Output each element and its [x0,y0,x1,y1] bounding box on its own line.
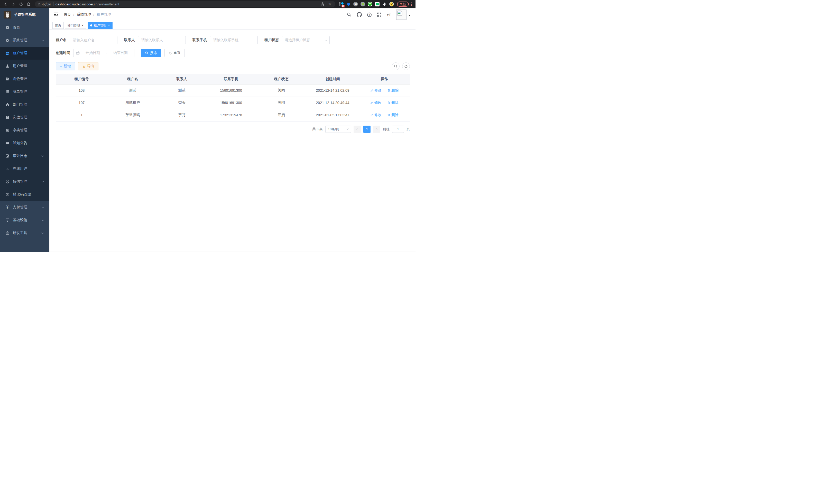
share-icon[interactable] [319,1,325,7]
tree-icon [5,90,10,94]
pencil-icon [370,114,373,117]
status-select[interactable]: 请选择租户状态 [282,36,330,44]
pagination: 共 3 条 10条/页 1 前往 页 [56,126,410,133]
table-row: 1 芋道源码 芋艿 17321315478 开启 2021-01-05 17:0… [56,109,410,121]
sidebar-item-system[interactable]: 系统管理 [0,34,49,47]
sidebar-item-roles[interactable]: 角色管理 [0,72,49,85]
mobile-label: 联系手机 [193,38,207,42]
goto-label: 前往 [383,127,390,131]
pencil-icon [370,89,373,92]
extension-tampermonkey-icon[interactable]: 10 [338,1,344,7]
delete-button[interactable]: 删除 [387,88,399,93]
chrome-menu-icon[interactable]: ••• [410,2,413,6]
total-count: 共 3 条 [312,127,323,131]
col-actions: 操作 [359,74,410,84]
export-button[interactable]: 导出 [78,62,98,70]
delete-button[interactable]: 删除 [387,100,399,105]
page-content: 租户名 联系人 联系手机 租户状态 请选择租户状态 [49,30,416,252]
sidebar-item-tenant[interactable]: 租户管理 [0,47,49,60]
page-number-active[interactable]: 1 [363,126,371,133]
github-icon[interactable] [357,12,362,17]
sidebar-item-error-codes[interactable]: 错误码管理 [0,188,49,201]
reload-icon[interactable] [18,1,24,7]
mobile-input[interactable] [210,36,258,44]
close-icon[interactable]: ✕ [108,24,110,27]
edit-button[interactable]: 修改 [370,100,381,105]
forward-icon[interactable] [10,1,17,7]
search-icon[interactable] [347,12,351,17]
next-page-button[interactable] [373,126,380,133]
sidebar-item-menus[interactable]: 菜单管理 [0,85,49,98]
breadcrumb-home[interactable]: 首页 [64,12,71,17]
extension-recorder-icon[interactable] [360,1,366,7]
refresh-table-button[interactable] [402,62,410,70]
goto-page-input[interactable] [392,126,404,133]
message-bubble-icon [5,141,10,145]
users-icon [5,77,10,81]
tenant-name-input[interactable] [69,36,117,44]
sidebar-item-depts[interactable]: 部门管理 [0,98,49,111]
prev-page-button[interactable] [353,126,361,133]
extensions-puzzle-icon[interactable] [381,1,387,7]
tag-tenant-active[interactable]: 租户管理 ✕ [88,22,113,29]
extension-command-icon[interactable]: ⌘ [353,1,359,7]
edit-button[interactable]: 修改 [370,113,381,117]
col-created: 创建时间 [307,74,359,84]
sidebar-item-posts[interactable]: 岗位管理 [0,111,49,124]
home-icon[interactable] [26,1,32,7]
sidebar: 芋道管理系统 首页 系统管理 租户管理 [0,8,49,252]
toggle-search-button[interactable] [392,62,400,70]
search-button[interactable]: 搜索 [141,49,161,57]
sidebar-item-payment[interactable]: ¥ 支付管理 [0,201,49,214]
page-size-select[interactable]: 10条/页 [325,126,351,133]
extension-y-icon[interactable]: Y [367,1,373,7]
user-icon [5,64,10,68]
sidebar-item-users[interactable]: 用户管理 [0,60,49,72]
user-menu[interactable] [396,9,411,20]
trash-icon [387,89,390,92]
dashboard-icon [5,25,10,30]
sidebar-item-home[interactable]: 首页 [0,21,49,34]
breadcrumb-system[interactable]: 系统管理 [77,12,91,17]
close-icon[interactable]: ✕ [82,24,84,27]
delete-button[interactable]: 删除 [387,113,399,117]
sidebar-item-dict[interactable]: 字典管理 [0,124,49,137]
edit-button[interactable]: 修改 [370,88,381,93]
contact-label: 联系人 [124,38,135,42]
date-range-picker[interactable]: 开始日期 - 结束日期 [73,49,134,57]
sidebar-item-online-users[interactable]: 在线用户 [0,162,49,175]
start-date-placeholder: 开始日期 [82,51,104,55]
active-dot [90,24,92,26]
sidebar-item-notice[interactable]: 通知公告 [0,137,49,149]
sidebar-item-audit-log[interactable]: 审计日志 [0,149,49,162]
extension-kite-icon[interactable] [346,1,351,7]
font-size-icon[interactable]: ᴛT [387,12,391,17]
back-icon[interactable] [3,1,9,7]
bookmark-star-icon[interactable]: ☆ [327,1,333,7]
not-secure-label[interactable]: 不安全 [37,2,51,6]
profile-avatar-icon[interactable] [389,1,395,7]
monitor-icon [5,218,10,222]
col-status: 租户状态 [256,74,307,84]
sidebar-collapse-icon[interactable] [53,12,59,18]
tag-dept[interactable]: 部门管理 ✕ [65,22,86,29]
calendar-icon [76,51,80,55]
extension-chat-icon[interactable] [374,1,380,7]
sidebar-item-sms[interactable]: 短信管理 [0,175,49,188]
address-bar[interactable]: 不安全 dashboard.yudao.iocoder.cn/system/te… [35,1,335,7]
svg-text:?: ? [369,13,370,16]
app-logo[interactable]: 芋道管理系统 [0,8,49,21]
app-title: 芋道管理系统 [14,12,35,17]
tag-home[interactable]: 首页 [52,22,64,29]
reset-button[interactable]: 重置 [165,49,185,57]
help-icon[interactable]: ? [367,12,372,17]
contact-input[interactable] [138,36,186,44]
chrome-update-button[interactable]: 更新 [397,2,409,7]
add-button[interactable]: + 新增 [56,62,75,70]
sidebar-item-dev-tools[interactable]: 研发工具 [0,227,49,239]
col-tenant-id: 租户编号 [56,74,107,84]
yen-icon: ¥ [5,205,10,210]
table-row: 107 测试租户 秃头 15601691300 关闭 2021-12-14 20… [56,97,410,109]
sidebar-item-infra[interactable]: 基础设施 [0,214,49,227]
fullscreen-icon[interactable] [377,12,381,17]
